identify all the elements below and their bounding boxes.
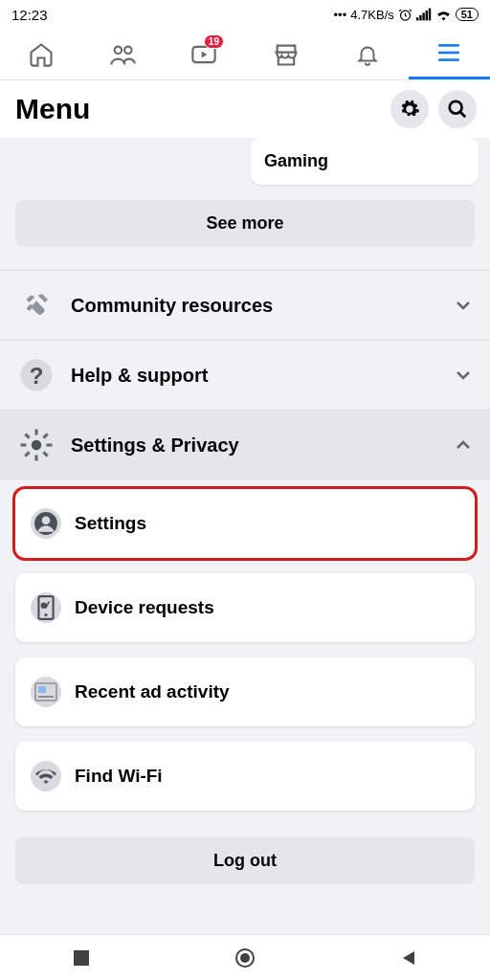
- handshake-icon: [17, 286, 56, 324]
- nav-home[interactable]: [234, 947, 256, 969]
- svg-rect-20: [47, 444, 53, 447]
- gear-icon: [17, 426, 56, 464]
- settings-button[interactable]: [390, 90, 429, 128]
- option-find-wifi[interactable]: Find Wi-Fi: [15, 742, 475, 811]
- settings-privacy-options: Settings Device requests Recent ad activ…: [0, 479, 490, 830]
- search-button[interactable]: [438, 90, 477, 128]
- svg-point-26: [42, 516, 51, 524]
- svg-point-29: [41, 603, 48, 610]
- svg-rect-22: [24, 451, 30, 457]
- tab-home[interactable]: [0, 29, 81, 79]
- status-time: 12:23: [11, 7, 48, 23]
- search-icon: [447, 99, 468, 120]
- nav-recent[interactable]: [71, 947, 92, 969]
- option-recent-ad[interactable]: Recent ad activity: [15, 657, 475, 726]
- nav-back[interactable]: [398, 947, 419, 969]
- tab-friends[interactable]: [81, 29, 163, 79]
- gear-icon: [399, 99, 420, 120]
- tab-marketplace[interactable]: [245, 29, 326, 79]
- log-out-button[interactable]: Log out: [15, 837, 475, 884]
- question-icon: ?: [17, 356, 56, 394]
- wifi-icon: [31, 761, 61, 791]
- status-dots: •••: [334, 8, 347, 22]
- svg-rect-31: [38, 686, 46, 693]
- option-device-requests[interactable]: Device requests: [15, 573, 475, 642]
- option-label: Device requests: [75, 597, 214, 618]
- svg-rect-4: [425, 11, 427, 20]
- section-community[interactable]: Community resources: [0, 270, 490, 340]
- svg-rect-17: [35, 430, 38, 435]
- shortcut-label: Gaming: [264, 151, 328, 171]
- section-label: Community resources: [71, 295, 454, 317]
- svg-rect-2: [419, 15, 421, 21]
- system-nav: [0, 934, 490, 980]
- triangle-back-icon: [400, 949, 417, 967]
- phone-icon: [31, 592, 61, 623]
- wifi-icon: [435, 8, 452, 21]
- friends-icon: [108, 41, 137, 68]
- tab-menu[interactable]: [409, 29, 490, 79]
- svg-rect-24: [42, 451, 48, 457]
- market-icon: [273, 41, 300, 68]
- svg-point-35: [240, 953, 250, 963]
- svg-rect-32: [38, 696, 54, 698]
- square-icon: [74, 950, 89, 966]
- svg-rect-33: [74, 950, 89, 966]
- svg-point-12: [450, 101, 462, 114]
- svg-rect-5: [429, 9, 431, 21]
- status-bar: 12:23 ••• 4.7KB/s 51: [0, 0, 490, 29]
- content: Gaming See more Community resources ? He…: [0, 138, 490, 934]
- section-settings-privacy[interactable]: Settings & Privacy: [0, 410, 490, 479]
- chevron-down-icon: [454, 297, 473, 314]
- svg-rect-3: [422, 12, 424, 20]
- svg-point-6: [115, 46, 122, 53]
- option-label: Settings: [75, 513, 146, 534]
- svg-point-16: [32, 440, 42, 451]
- profile-icon: [31, 508, 61, 539]
- svg-point-7: [124, 46, 131, 53]
- watch-badge: 19: [204, 34, 224, 49]
- circle-icon: [234, 947, 256, 969]
- see-more-button[interactable]: See more: [15, 200, 475, 247]
- chevron-up-icon: [454, 436, 473, 454]
- tab-notifications[interactable]: [326, 29, 408, 79]
- svg-line-13: [460, 112, 466, 118]
- section-label: Settings & Privacy: [71, 434, 454, 457]
- ad-icon: [31, 677, 61, 707]
- page-title: Menu: [15, 93, 90, 125]
- alarm-icon: [398, 8, 412, 22]
- hamburger-icon: [436, 42, 461, 63]
- svg-rect-1: [416, 17, 418, 20]
- shortcut-gaming[interactable]: Gaming: [251, 138, 479, 185]
- option-label: Recent ad activity: [75, 681, 230, 702]
- home-icon: [28, 41, 55, 68]
- bell-icon: [355, 41, 380, 68]
- tab-watch[interactable]: 19: [164, 29, 245, 79]
- option-settings[interactable]: Settings: [15, 489, 475, 558]
- option-label: Find Wi-Fi: [75, 766, 163, 787]
- svg-text:?: ?: [30, 363, 44, 389]
- battery-icon: 51: [456, 8, 479, 21]
- status-net: 4.7KB/s: [350, 8, 394, 22]
- tab-bar: 19: [0, 29, 490, 80]
- svg-rect-19: [21, 444, 27, 447]
- signal-icon: [416, 8, 432, 21]
- chevron-down-icon: [454, 367, 473, 384]
- status-right: ••• 4.7KB/s 51: [334, 8, 479, 22]
- svg-rect-23: [24, 433, 30, 438]
- svg-rect-18: [35, 456, 38, 461]
- svg-rect-21: [42, 433, 48, 438]
- section-label: Help & support: [71, 365, 454, 387]
- svg-point-28: [44, 613, 47, 616]
- menu-header: Menu: [0, 80, 490, 138]
- section-help[interactable]: ? Help & support: [0, 340, 490, 410]
